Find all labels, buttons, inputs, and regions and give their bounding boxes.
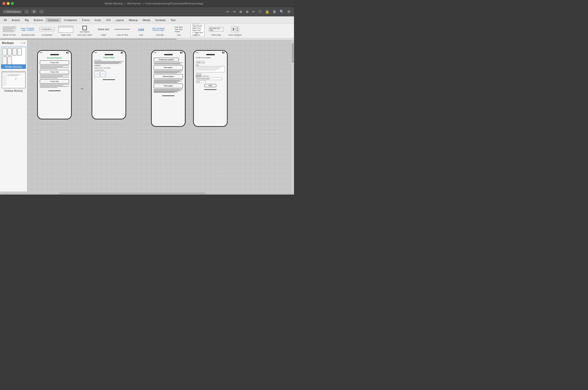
filter-big[interactable]: Big — [23, 18, 31, 22]
lock-button[interactable]: 🔒 — [264, 9, 271, 15]
close-button[interactable] — [2, 2, 5, 5]
scrollbar-thumb-h[interactable] — [59, 193, 206, 194]
phone1-project3[interactable]: Project title — [40, 79, 69, 84]
scrollbar-thumb[interactable] — [292, 43, 294, 63]
filter-layout[interactable]: Layout — [113, 18, 126, 22]
component-combobox[interactable]: ComboBox ▾ ComboBox — [39, 26, 54, 36]
component-menu-bar[interactable]: File Edit View Help Menu Bar — [209, 26, 224, 36]
component-icon-label[interactable]: Icon Name Icon and Label — [77, 26, 92, 36]
component-list[interactable]: One Item Two Item Three List — [171, 26, 186, 36]
phone-screen-2: ●●● ▐▌▌ Project {title} Description — [92, 50, 126, 119]
window-controls[interactable] — [2, 2, 14, 5]
phone3-create-btn[interactable]: Create your project! — [154, 58, 179, 61]
phone2-file-icon-1: 📄 — [94, 71, 100, 77]
phone4-brief-input[interactable] — [196, 66, 225, 72]
sidebar-header: Mockups □ ≡ — [0, 40, 27, 46]
filter-forms[interactable]: Forms — [80, 18, 92, 22]
minimize-button[interactable] — [7, 2, 10, 5]
phone-container: ●●● ▐▌▌ Recent Projects Project title — [32, 45, 245, 132]
group-button[interactable]: ⬡ — [257, 9, 263, 15]
cut-button[interactable]: ✂ — [251, 9, 257, 15]
phone4-cc-checkbox[interactable] — [199, 75, 201, 77]
phone3-option2[interactable]: Second option — [154, 74, 183, 79]
toolbar: ≡ Wireframes □ ⊞ + ↩ ↪ ⊕ ⊗ ✂ ⬡ 🔒 🗑 🔍 ⚙ — [0, 7, 294, 16]
search-button[interactable]: 🔍 — [278, 9, 285, 15]
phone4-payment-label: Payment — [196, 73, 225, 75]
phone4-cc-row: cc Credit card — [196, 75, 225, 77]
sidebar-item-mobile-mockup[interactable]: Mobile Mockup — [1, 47, 26, 69]
phone4-cc-label: Credit card — [201, 75, 209, 77]
phone2-delivery: Delivery time: two weeks — [94, 67, 123, 69]
component-menu[interactable]: Open Ctrl+O Copy Recent Option One Optio… — [190, 26, 205, 36]
component-link[interactable]: a link Link — [134, 26, 149, 36]
filter-text[interactable]: Text — [168, 18, 178, 22]
phone4-option-select[interactable]: Option 1 ▾ — [196, 61, 205, 64]
menu-button[interactable]: ≡ Wireframes — [2, 9, 23, 14]
component-list-label: List — [177, 34, 180, 36]
phone3-option3[interactable]: Third option — [154, 84, 183, 88]
horizontal-scrollbar[interactable] — [0, 192, 294, 195]
add-button[interactable]: + — [38, 9, 44, 14]
redo-button[interactable]: ↪ — [231, 9, 237, 15]
sidebar-item-desktop-mockup[interactable]: ✓ Desktop Mockup — [1, 71, 26, 93]
component-block-of-text-label: Block of Text — [3, 34, 16, 36]
sidebar-title: Mockups — [2, 41, 14, 44]
phone1-project1[interactable]: Project title — [40, 60, 69, 65]
sidebar-view-icon[interactable]: □ — [21, 41, 23, 44]
canvas-content: ●●● ▐▌▌ Recent Projects Project title — [27, 40, 250, 192]
phone1-project2[interactable]: Project title — [40, 70, 69, 74]
view-single-button[interactable]: □ — [24, 9, 30, 14]
phone-screen-4: ●●● ▐▌▌ Create your project: Option 1 — [193, 50, 228, 127]
settings-button[interactable]: ⚙ — [286, 9, 292, 15]
component-breadcrumbs-label: Breadcrumbs — [22, 34, 35, 36]
view-grid-button[interactable]: ⊞ — [31, 9, 37, 14]
filter-media[interactable]: Media — [141, 18, 153, 22]
copy-button[interactable]: ⊕ — [238, 9, 244, 15]
component-menu-bar-label: Menu Bar — [211, 34, 221, 36]
filter-icons[interactable]: Icons — [92, 18, 103, 22]
flow-arrow: → — [79, 86, 84, 92]
filter-common[interactable]: Common — [45, 18, 61, 22]
component-label[interactable]: Some text Label — [96, 26, 111, 36]
component-num-stepper[interactable]: 3 ▲ ▼ Num.Stepper — [228, 26, 242, 36]
component-link-label: Link — [139, 34, 143, 36]
phone4-cc-icon: cc — [196, 75, 199, 77]
phone3-option1[interactable]: First option — [154, 65, 183, 70]
component-num-stepper-label: Num.Stepper — [229, 34, 241, 36]
undo-button[interactable]: ↩ — [225, 9, 231, 15]
sidebar-menu-icon[interactable]: ≡ — [24, 41, 25, 44]
filter-symbols[interactable]: Symbols — [153, 18, 168, 22]
component-label-label: Label — [101, 34, 106, 36]
sidebar: Mockups □ ≡ — [0, 40, 27, 192]
canvas[interactable]: ●●● ▐▌▌ Recent Projects Project title — [27, 40, 291, 192]
view-single-icon: □ — [26, 10, 28, 13]
filter-containers[interactable]: Containers — [62, 18, 79, 22]
phone4-cvc[interactable]: CVC — [196, 81, 206, 83]
component-breadcrumbs[interactable]: Home > Products > App > Features Breadcr… — [21, 26, 36, 36]
paste-button[interactable]: ⊗ — [244, 9, 250, 15]
component-block-of-text[interactable]: Block of Text — [2, 26, 17, 36]
filter-all[interactable]: All — [1, 18, 9, 22]
vertical-scrollbar[interactable] — [291, 40, 294, 192]
main-area: Mockups □ ≡ — [0, 40, 294, 192]
phone4-card-number[interactable]: XXXX-XXXX-XXXX — [196, 78, 222, 80]
delete-button[interactable]: 🗑 — [271, 9, 278, 15]
filter-ios[interactable]: iOS — [104, 18, 113, 22]
component-line-of-text[interactable]: ~~~~~~~~~~ Line of Text — [115, 26, 130, 36]
app-title: Wireframes — [6, 10, 20, 13]
phone2-file-icon-2: 📄 — [100, 71, 106, 77]
add-icon: + — [40, 10, 42, 13]
component-line-of-text-label: Line of Text — [117, 34, 128, 36]
phone2-title: Project {title} — [94, 57, 123, 58]
maximize-button[interactable] — [11, 2, 14, 5]
scrollbar-track — [0, 193, 294, 194]
phone4-post-btn[interactable]: Post — [204, 84, 216, 87]
component-data-grid[interactable]: Data Grid — [58, 26, 73, 36]
filter-assets[interactable]: Assets — [9, 18, 22, 22]
phone2-price: AU$200 — [94, 65, 123, 66]
filter-markup[interactable]: Markup — [126, 18, 140, 22]
component-link-bar-label: Link Bar — [156, 34, 164, 36]
component-scroll[interactable] — [0, 38, 294, 40]
component-link-bar[interactable]: Item | Products | Common | App Link Bar — [153, 26, 167, 36]
filter-buttons[interactable]: Buttons — [32, 18, 45, 22]
